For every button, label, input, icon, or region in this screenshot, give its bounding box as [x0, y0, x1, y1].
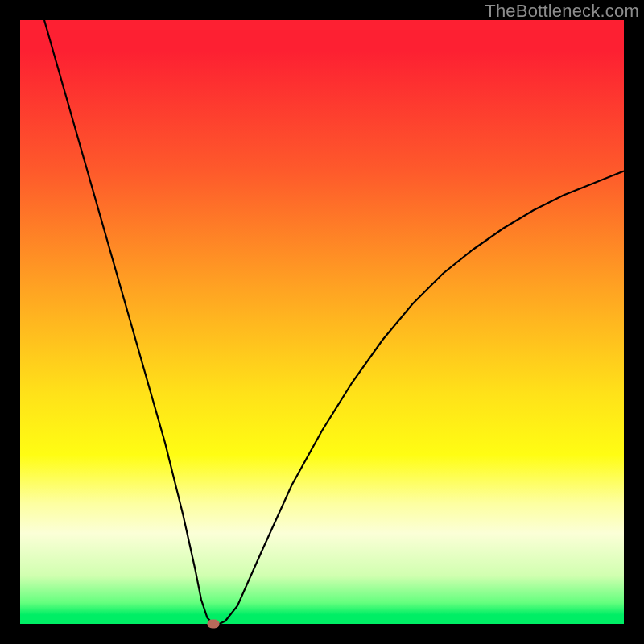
gradient-plot-area	[20, 20, 624, 624]
bottleneck-curve-svg	[20, 20, 624, 624]
stage: TheBottleneck.com	[0, 0, 644, 644]
watermark-text: TheBottleneck.com	[485, 1, 639, 22]
minimum-marker	[208, 620, 220, 629]
bottleneck-curve-path	[44, 20, 624, 624]
